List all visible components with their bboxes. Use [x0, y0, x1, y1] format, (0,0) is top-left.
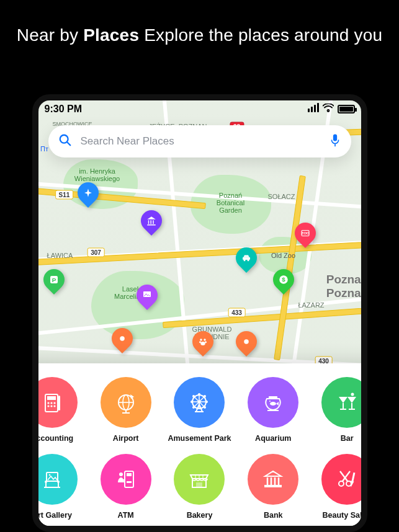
map-pin-orange1[interactable] [112, 326, 133, 352]
bakery-icon [174, 454, 225, 505]
category-accounting[interactable]: Accounting [32, 377, 86, 443]
status-bar: 9:30 PM [38, 103, 361, 115]
road-shield: 307 [87, 248, 105, 257]
category-label: Beauty Salon [323, 511, 367, 520]
svg-line-1 [67, 142, 70, 145]
atm-icon [101, 454, 151, 505]
status-time: 9:30 PM [45, 104, 82, 115]
map-label: Old Zoo [271, 252, 295, 259]
map-pin-airplane[interactable] [78, 180, 99, 206]
map-pin-paw[interactable] [192, 329, 213, 355]
map-pin-dollar[interactable] [273, 267, 294, 293]
map-label: Пт [40, 145, 48, 153]
ferris-icon [174, 377, 225, 428]
map-pin-zoo[interactable] [295, 220, 316, 246]
category-amusement-park[interactable]: Amusement Park [166, 377, 233, 443]
map-pin-car[interactable] [236, 245, 257, 271]
category-airport[interactable]: Airport [92, 377, 159, 443]
category-label: Art Gallery [32, 511, 72, 520]
category-label: Accounting [32, 434, 74, 443]
category-label: Bar [341, 434, 354, 443]
category-beauty-salon[interactable]: Beauty Salon [314, 454, 367, 520]
category-bar[interactable]: Bar [314, 377, 367, 443]
headline-bold: Places [83, 25, 139, 45]
globe-icon [101, 377, 151, 428]
category-label: Airport [113, 434, 139, 443]
category-label: Bank [264, 511, 283, 520]
tablet-frame: SMOCHOWICEJEŻYCE, POZNANWINIARYПтim. Hen… [32, 94, 367, 532]
category-label: Amusement Park [168, 434, 231, 443]
svg-rect-2 [333, 135, 336, 141]
promo-headline: Near by Places Explore the places around… [0, 0, 399, 47]
category-label: Aquarium [255, 434, 291, 443]
bank-icon [248, 454, 298, 505]
headline-pre: Near by [17, 25, 83, 45]
category-atm[interactable]: ATM [92, 454, 159, 520]
map-pin-bank[interactable] [141, 208, 162, 234]
category-art-gallery[interactable]: Art Gallery [32, 454, 86, 520]
map-pin-orange2[interactable] [236, 329, 257, 355]
categories-sheet: Accounting Airport Amusement Park Aquari… [32, 363, 367, 532]
search-input[interactable]: Search Near Places [81, 135, 320, 148]
map-pin-parking[interactable] [43, 267, 65, 293]
category-label: ATM [118, 511, 134, 520]
microphone-icon[interactable] [329, 133, 341, 149]
calculator-icon [32, 377, 78, 428]
cocktails-icon [321, 377, 367, 428]
map-label: ŁAWICA [47, 252, 73, 259]
map-label: PoznańBotanicalGarden [217, 192, 244, 214]
map-label: ŁAZARZ [298, 301, 324, 309]
search-bar[interactable]: Search Near Places [48, 125, 351, 157]
category-aquarium[interactable]: Aquarium [240, 377, 307, 443]
search-icon [58, 133, 72, 149]
wifi-icon [323, 104, 334, 115]
salon-icon [321, 454, 367, 505]
gallery-icon [32, 454, 78, 505]
category-label: Bakery [187, 511, 213, 520]
fishbowl-icon [248, 377, 298, 428]
map-label: SOŁACZ [267, 193, 295, 200]
battery-icon [338, 105, 355, 113]
category-bakery[interactable]: Bakery [166, 454, 233, 520]
map-pin-art[interactable] [137, 282, 158, 308]
map-label: PoznańPoznań [326, 273, 367, 300]
signal-icon [307, 103, 319, 115]
road-shield: 433 [228, 308, 246, 317]
headline-post: Explore the places around you [139, 25, 382, 45]
road-shield: S11 [55, 190, 74, 200]
category-bank[interactable]: Bank [240, 454, 307, 520]
